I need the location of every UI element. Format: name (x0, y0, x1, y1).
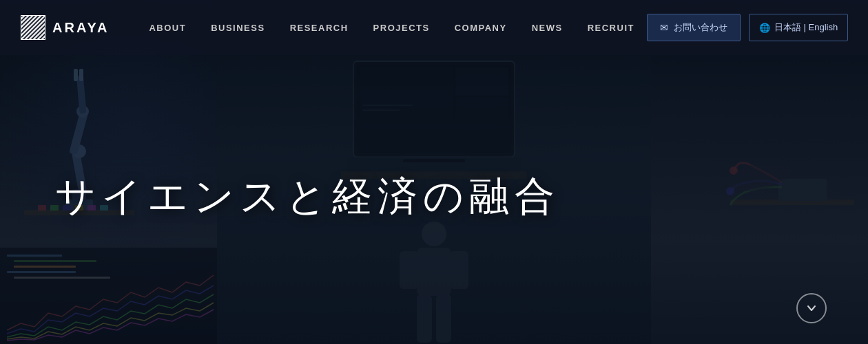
nav-right: ✉ お問い合わせ 🌐 日本語 | English (647, 14, 848, 41)
contact-button[interactable]: ✉ お問い合わせ (647, 14, 741, 41)
nav-item-business[interactable]: BUSINESS (198, 0, 277, 55)
logo-link[interactable]: ARAYA (21, 15, 109, 40)
contact-icon: ✉ (660, 22, 668, 33)
language-switcher[interactable]: 🌐 日本語 | English (749, 14, 848, 41)
nav-links: ABOUT BUSINESS RESEARCH PROJECTS COMPANY… (136, 0, 647, 55)
page-wrapper: サイエンスと経済の融合 (0, 0, 868, 344)
nav-item-projects[interactable]: PROJECTS (361, 0, 442, 55)
language-label: 日本語 | English (774, 21, 838, 34)
logo-text: ARAYA (52, 20, 109, 36)
nav-item-company[interactable]: COMPANY (442, 0, 519, 55)
scroll-indicator[interactable] (796, 293, 827, 323)
nav-item-news[interactable]: NEWS (519, 0, 575, 55)
chevron-down-icon (805, 302, 818, 314)
hero-tagline: サイエンスと経済の融合 (55, 172, 813, 220)
svg-line-53 (37, 32, 45, 40)
globe-icon: 🌐 (759, 23, 770, 33)
logo-icon (21, 15, 45, 40)
svg-line-45 (21, 15, 29, 23)
nav-item-about[interactable]: ABOUT (136, 0, 198, 55)
contact-label: お問い合わせ (674, 21, 727, 34)
navbar: ARAYA ABOUT BUSINESS RESEARCH PROJECTS C… (0, 0, 868, 55)
nav-item-recruit[interactable]: RECRUIT (575, 0, 647, 55)
nav-item-research[interactable]: RESEARCH (278, 0, 361, 55)
